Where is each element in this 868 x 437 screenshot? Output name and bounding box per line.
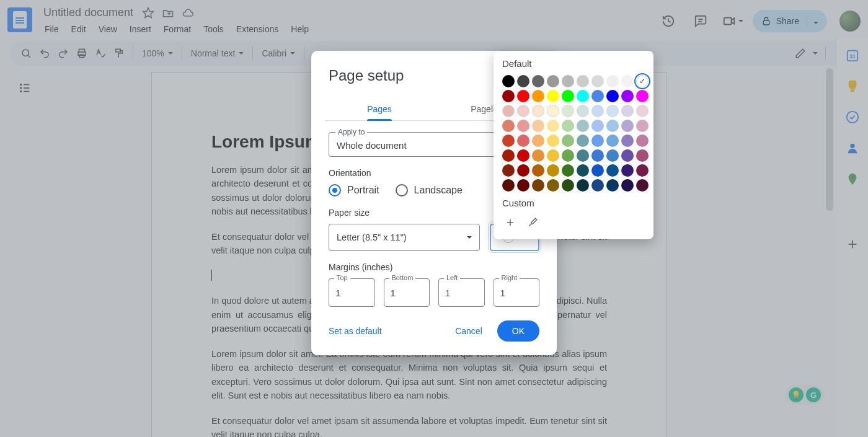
color-swatch[interactable] (577, 135, 589, 147)
color-swatch[interactable] (606, 135, 619, 147)
color-swatch[interactable] (562, 149, 574, 162)
color-swatch[interactable] (547, 75, 559, 87)
color-swatch[interactable] (606, 90, 619, 102)
color-swatch[interactable] (621, 90, 634, 102)
set-default-button[interactable]: Set as default (329, 326, 382, 336)
color-swatch[interactable] (547, 149, 559, 162)
color-swatch[interactable] (517, 75, 529, 87)
color-swatch[interactable] (517, 105, 529, 117)
color-swatch[interactable] (532, 149, 544, 162)
color-swatch[interactable] (502, 120, 515, 132)
color-swatch[interactable] (591, 149, 604, 162)
color-swatch[interactable] (606, 179, 619, 192)
color-swatch[interactable] (636, 149, 649, 162)
color-swatch[interactable] (502, 75, 515, 87)
orientation-portrait[interactable]: Portrait (329, 184, 379, 196)
color-swatch[interactable] (502, 105, 515, 117)
color-swatch[interactable] (532, 164, 544, 177)
tab-pages[interactable]: Pages (325, 98, 434, 120)
color-swatch[interactable] (502, 90, 515, 102)
color-swatch[interactable] (517, 90, 529, 102)
color-swatch[interactable] (562, 90, 574, 102)
color-swatch[interactable] (636, 105, 649, 117)
color-swatch[interactable] (517, 179, 529, 192)
color-swatch[interactable] (636, 135, 649, 147)
color-swatch[interactable] (591, 120, 604, 132)
color-swatch[interactable] (591, 75, 604, 87)
add-custom-color-icon[interactable] (502, 214, 518, 231)
color-swatch[interactable] (621, 164, 634, 177)
color-swatch[interactable] (621, 149, 634, 162)
color-swatch[interactable] (606, 75, 619, 87)
color-swatch[interactable] (562, 105, 574, 117)
color-swatch[interactable] (636, 90, 649, 102)
margins-group: Top Bottom Left Right (329, 278, 539, 307)
color-swatch[interactable] (606, 164, 619, 177)
eyedropper-icon[interactable] (525, 214, 541, 231)
color-swatch[interactable] (547, 179, 559, 192)
color-swatch[interactable] (636, 164, 649, 177)
color-swatch[interactable] (547, 105, 559, 117)
color-swatch[interactable] (562, 120, 574, 132)
color-swatch[interactable] (591, 105, 604, 117)
color-swatch[interactable] (636, 75, 649, 87)
color-swatch[interactable] (562, 164, 574, 177)
color-swatch[interactable] (621, 75, 634, 87)
color-swatch[interactable] (591, 135, 604, 147)
color-swatch[interactable] (577, 120, 589, 132)
color-swatch[interactable] (532, 179, 544, 192)
color-swatch[interactable] (547, 164, 559, 177)
color-swatch[interactable] (606, 149, 619, 162)
margin-bottom-field[interactable]: Bottom (384, 278, 430, 307)
color-swatch[interactable] (532, 105, 544, 117)
color-swatch[interactable] (636, 179, 649, 192)
color-swatch[interactable] (591, 90, 604, 102)
color-swatch[interactable] (502, 135, 515, 147)
color-swatch[interactable] (502, 179, 515, 192)
color-swatch[interactable] (517, 164, 529, 177)
ok-button[interactable]: OK (497, 320, 539, 342)
color-swatch[interactable] (502, 149, 515, 162)
color-swatch[interactable] (577, 105, 589, 117)
color-swatch[interactable] (517, 135, 529, 147)
margin-left-field[interactable]: Left (438, 278, 485, 307)
margin-right-field[interactable]: Right (494, 278, 540, 307)
color-swatch[interactable] (532, 90, 544, 102)
color-swatch[interactable] (621, 135, 634, 147)
color-swatch[interactable] (621, 179, 634, 192)
color-swatch[interactable] (532, 75, 544, 87)
color-swatch[interactable] (636, 120, 649, 132)
color-swatch[interactable] (606, 120, 619, 132)
color-swatch[interactable] (532, 120, 544, 132)
color-swatch[interactable] (547, 120, 559, 132)
color-swatch[interactable] (517, 149, 529, 162)
color-swatch[interactable] (562, 135, 574, 147)
cancel-button[interactable]: Cancel (448, 321, 490, 341)
color-swatch[interactable] (577, 149, 589, 162)
margin-bottom-input[interactable] (391, 288, 423, 298)
orientation-landscape[interactable]: Landscape (396, 184, 463, 196)
color-swatch[interactable] (606, 105, 619, 117)
color-swatch[interactable] (547, 90, 559, 102)
color-swatch[interactable] (591, 179, 604, 192)
color-swatch[interactable] (502, 164, 515, 177)
color-swatch[interactable] (621, 105, 634, 117)
color-swatch[interactable] (577, 90, 589, 102)
color-swatch[interactable] (577, 179, 589, 192)
margin-right-input[interactable] (500, 288, 533, 298)
color-swatch[interactable] (577, 75, 589, 87)
color-swatch[interactable] (562, 75, 574, 87)
margin-left-input[interactable] (445, 288, 478, 298)
color-swatch[interactable] (591, 164, 604, 177)
color-grid (502, 75, 645, 192)
color-swatch[interactable] (517, 120, 529, 132)
margin-top-field[interactable]: Top (329, 278, 375, 307)
color-swatch[interactable] (577, 164, 589, 177)
paper-size-select[interactable]: Letter (8.5" x 11") (329, 224, 480, 251)
margin-top-input[interactable] (335, 288, 368, 298)
color-picker-popover: Default Custom (494, 51, 653, 239)
color-swatch[interactable] (621, 120, 634, 132)
color-swatch[interactable] (562, 179, 574, 192)
color-swatch[interactable] (547, 135, 559, 147)
color-swatch[interactable] (532, 135, 544, 147)
